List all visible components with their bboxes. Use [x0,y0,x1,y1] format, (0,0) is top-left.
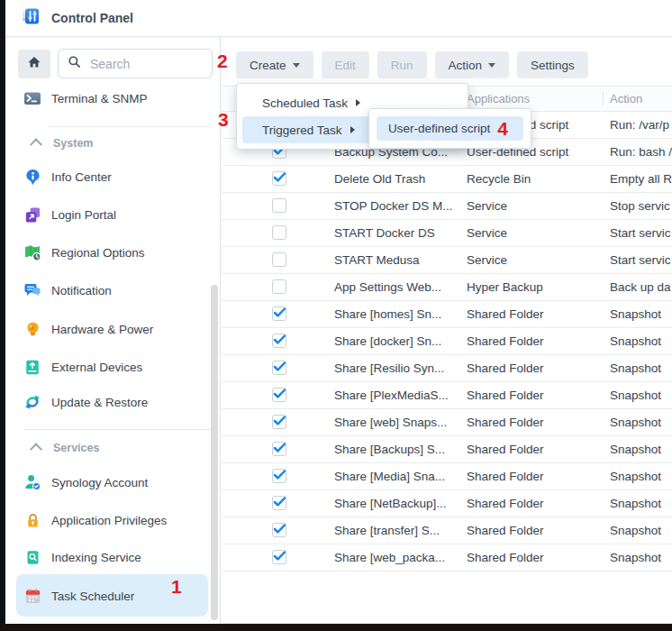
task-enabled-checkbox[interactable] [272,306,286,321]
table-row[interactable]: Share [NetBackup]... Shared Folder Snaps… [222,490,672,517]
table-row[interactable]: Share [Media] Sna... Shared Folder Snaps… [222,463,672,490]
task-enabled-checkbox[interactable] [272,198,286,213]
task-name-cell: START Medusa [334,247,464,273]
sidebar-item-info-center[interactable]: Info Center [23,159,209,195]
sidebar-item-external-devices[interactable]: External Devices [23,349,209,385]
terminal-icon [23,89,41,107]
task-name-cell: Share [Resilio Syn... [334,355,464,381]
table-row[interactable]: Share [web] Snaps... Shared Folder Snaps… [222,409,672,436]
task-enabled-checkbox[interactable] [272,415,286,429]
task-enabled-checkbox[interactable] [272,171,286,186]
task-scheduler-icon [23,587,41,605]
search-box [58,49,213,78]
task-application-cell: Shared Folder [467,301,602,327]
task-name-cell: Share [transfer] S... [334,517,464,544]
table-row[interactable]: Share [Backups] S... Shared Folder Snaps… [222,436,672,463]
login-portal-icon [23,206,41,224]
task-name-cell: App Settings Web... [334,274,464,300]
create-button-label: Create [250,59,286,72]
task-name-cell: START Docker DS [334,220,464,246]
action-button[interactable]: Action [435,51,510,78]
home-button[interactable] [18,50,50,78]
sidebar-item-application-privileges[interactable]: Application Privileges [23,502,209,538]
sidebar-item-login-portal[interactable]: Login Portal [23,197,209,233]
table-row[interactable]: STOP Docker DS M... Service Stop servic [222,193,672,220]
task-enabled-checkbox[interactable] [272,550,286,564]
submenu-arrow-icon [356,99,360,106]
task-name-cell: Share [PlexMediaS... [334,382,464,408]
header-action[interactable]: Action [610,87,642,111]
sidebar-item-update-restore[interactable]: Update & Restore [23,384,209,420]
task-action-cell: Snapshot [610,409,672,435]
triggered-task-submenu: User-defined script 4 [368,108,531,149]
table-row[interactable]: Share [homes] Sn... Shared Folder Snapsh… [222,301,672,328]
submenu-arrow-icon [350,126,355,133]
task-application-cell: Shared Folder [467,355,602,381]
header-applications[interactable]: Applications [467,87,530,111]
task-action-cell: Stop servic [610,193,672,219]
info-center-icon [23,168,41,186]
sidebar-item-label: Terminal & SNMP [51,92,148,105]
task-enabled-checkbox[interactable] [272,252,286,267]
synology-account-icon [23,473,41,491]
sidebar-item-synology-account[interactable]: Synology Account [23,464,209,500]
indexing-service-icon [23,548,41,566]
create-button[interactable]: Create [236,51,313,78]
task-name-cell: STOP Docker DS M... [334,193,464,219]
menu-item-user-defined-script[interactable]: User-defined script 4 [377,116,523,141]
edit-button[interactable]: Edit [322,51,369,78]
sidebar-item-hardware-power[interactable]: Hardware & Power [23,311,209,347]
application-privileges-icon [23,511,41,529]
task-action-cell: Back up da [610,274,672,300]
task-enabled-checkbox[interactable] [272,442,286,456]
settings-button[interactable]: Settings [517,51,588,78]
task-enabled-checkbox[interactable] [272,279,286,294]
task-name-cell: Share [Backups] S... [334,436,464,462]
table-row[interactable]: Share [Resilio Syn... Shared Folder Snap… [222,355,672,382]
task-enabled-checkbox[interactable] [272,523,286,537]
table-row[interactable]: App Settings Web... Hyper Backup Back up… [222,274,672,301]
sidebar-item-indexing-service[interactable]: Indexing Service [23,539,209,575]
sidebar-item-regional-options[interactable]: Regional Options [23,234,209,270]
table-row[interactable]: Share [PlexMediaS... Shared Folder Snaps… [222,382,672,409]
menu-item-label: Triggered Task [262,123,342,137]
task-enabled-checkbox[interactable] [272,334,286,348]
sidebar-item-label: Update & Restore [51,396,148,409]
task-action-cell: Snapshot [610,463,672,489]
search-icon [68,55,81,72]
task-enabled-checkbox[interactable] [272,388,286,402]
table-row[interactable]: Share [transfer] S... Shared Folder Snap… [222,517,672,544]
task-enabled-checkbox[interactable] [272,496,286,510]
sidebar-item-label: Task Scheduler [51,590,134,603]
sidebar-item-label: External Devices [51,361,142,374]
search-input[interactable] [88,56,203,72]
task-application-cell: Service [467,193,602,219]
table-row[interactable]: Share [web_packa... Shared Folder Snapsh… [222,544,672,572]
sidebar-item-notification[interactable]: Notification [23,272,209,308]
control-panel-window: Control Panel [0,0,672,631]
control-panel-icon [22,7,40,29]
task-enabled-checkbox[interactable] [272,225,286,240]
table-row[interactable]: START Medusa Service Start servic [222,247,672,274]
home-icon [27,55,41,73]
task-action-cell: Empty all R [610,166,672,192]
task-application-cell: Shared Folder [467,409,602,435]
task-enabled-checkbox[interactable] [272,361,286,375]
desktop-edge-left [0,0,5,631]
section-services[interactable]: Services [32,439,99,457]
sidebar-item-label: Hardware & Power [51,323,153,336]
table-row[interactable]: Share [docker] Sn... Shared Folder Snaps… [222,328,672,355]
task-enabled-checkbox[interactable] [272,469,286,483]
task-application-cell: Shared Folder [467,517,602,544]
sidebar-divider [23,429,214,430]
sidebar-scrollbar[interactable] [211,285,218,620]
task-application-cell: Shared Folder [467,490,602,517]
run-button[interactable]: Run [377,51,427,78]
sidebar-item-label: Indexing Service [51,551,141,564]
annotation-step-3: 3 [218,109,229,131]
window-title: Control Panel [51,11,133,25]
section-system[interactable]: System [32,134,93,152]
table-row[interactable]: START Docker DS Service Start servic [222,220,672,247]
table-row[interactable]: Delete Old Trash Recycle Bin Empty all R [222,166,672,193]
sidebar-item-terminal-snmp[interactable]: Terminal & SNMP [23,80,209,116]
